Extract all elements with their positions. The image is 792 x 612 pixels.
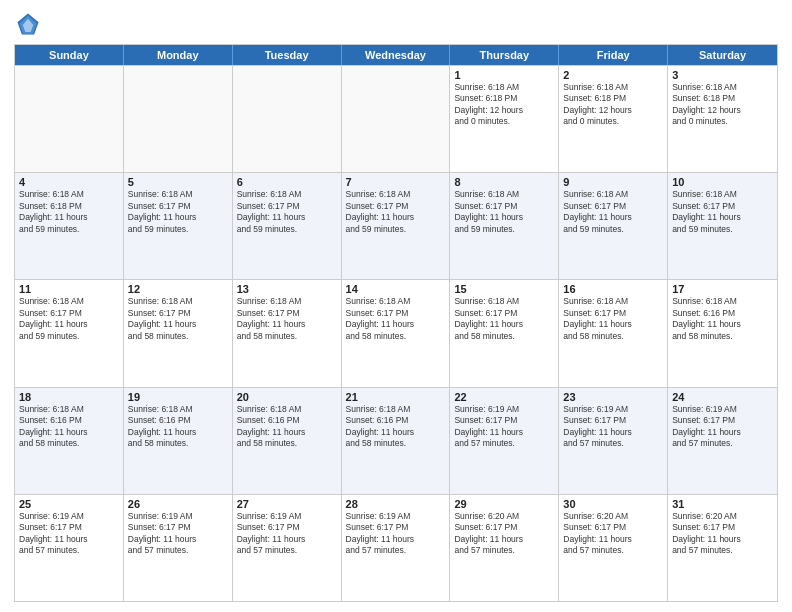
day-cell-2: 2Sunrise: 6:18 AM Sunset: 6:18 PM Daylig… <box>559 66 668 172</box>
day-info: Sunrise: 6:18 AM Sunset: 6:17 PM Dayligh… <box>237 296 337 342</box>
day-cell-31: 31Sunrise: 6:20 AM Sunset: 6:17 PM Dayli… <box>668 495 777 601</box>
day-number: 29 <box>454 498 554 510</box>
day-info: Sunrise: 6:18 AM Sunset: 6:16 PM Dayligh… <box>672 296 773 342</box>
day-cell-14: 14Sunrise: 6:18 AM Sunset: 6:17 PM Dayli… <box>342 280 451 386</box>
calendar: SundayMondayTuesdayWednesdayThursdayFrid… <box>14 44 778 602</box>
day-cell-15: 15Sunrise: 6:18 AM Sunset: 6:17 PM Dayli… <box>450 280 559 386</box>
day-info: Sunrise: 6:19 AM Sunset: 6:17 PM Dayligh… <box>563 404 663 450</box>
day-info: Sunrise: 6:19 AM Sunset: 6:17 PM Dayligh… <box>237 511 337 557</box>
day-info: Sunrise: 6:18 AM Sunset: 6:16 PM Dayligh… <box>237 404 337 450</box>
day-cell-26: 26Sunrise: 6:19 AM Sunset: 6:17 PM Dayli… <box>124 495 233 601</box>
day-number: 27 <box>237 498 337 510</box>
day-cell-28: 28Sunrise: 6:19 AM Sunset: 6:17 PM Dayli… <box>342 495 451 601</box>
header-day-saturday: Saturday <box>668 45 777 65</box>
day-number: 6 <box>237 176 337 188</box>
day-number: 21 <box>346 391 446 403</box>
day-cell-18: 18Sunrise: 6:18 AM Sunset: 6:16 PM Dayli… <box>15 388 124 494</box>
day-info: Sunrise: 6:18 AM Sunset: 6:17 PM Dayligh… <box>237 189 337 235</box>
day-number: 15 <box>454 283 554 295</box>
day-number: 31 <box>672 498 773 510</box>
day-cell-17: 17Sunrise: 6:18 AM Sunset: 6:16 PM Dayli… <box>668 280 777 386</box>
day-info: Sunrise: 6:18 AM Sunset: 6:18 PM Dayligh… <box>19 189 119 235</box>
day-number: 20 <box>237 391 337 403</box>
day-cell-24: 24Sunrise: 6:19 AM Sunset: 6:17 PM Dayli… <box>668 388 777 494</box>
day-info: Sunrise: 6:18 AM Sunset: 6:17 PM Dayligh… <box>346 189 446 235</box>
day-cell-29: 29Sunrise: 6:20 AM Sunset: 6:17 PM Dayli… <box>450 495 559 601</box>
day-cell-13: 13Sunrise: 6:18 AM Sunset: 6:17 PM Dayli… <box>233 280 342 386</box>
day-info: Sunrise: 6:19 AM Sunset: 6:17 PM Dayligh… <box>19 511 119 557</box>
day-cell-22: 22Sunrise: 6:19 AM Sunset: 6:17 PM Dayli… <box>450 388 559 494</box>
day-info: Sunrise: 6:19 AM Sunset: 6:17 PM Dayligh… <box>672 404 773 450</box>
header-day-friday: Friday <box>559 45 668 65</box>
day-number: 1 <box>454 69 554 81</box>
day-info: Sunrise: 6:18 AM Sunset: 6:17 PM Dayligh… <box>19 296 119 342</box>
day-number: 22 <box>454 391 554 403</box>
logo <box>14 10 46 38</box>
day-info: Sunrise: 6:19 AM Sunset: 6:17 PM Dayligh… <box>346 511 446 557</box>
day-number: 4 <box>19 176 119 188</box>
day-info: Sunrise: 6:18 AM Sunset: 6:17 PM Dayligh… <box>346 296 446 342</box>
day-number: 26 <box>128 498 228 510</box>
day-number: 23 <box>563 391 663 403</box>
day-info: Sunrise: 6:18 AM Sunset: 6:16 PM Dayligh… <box>128 404 228 450</box>
day-cell-10: 10Sunrise: 6:18 AM Sunset: 6:17 PM Dayli… <box>668 173 777 279</box>
day-cell-25: 25Sunrise: 6:19 AM Sunset: 6:17 PM Dayli… <box>15 495 124 601</box>
day-cell-11: 11Sunrise: 6:18 AM Sunset: 6:17 PM Dayli… <box>15 280 124 386</box>
day-cell-23: 23Sunrise: 6:19 AM Sunset: 6:17 PM Dayli… <box>559 388 668 494</box>
day-info: Sunrise: 6:18 AM Sunset: 6:17 PM Dayligh… <box>128 296 228 342</box>
day-cell-12: 12Sunrise: 6:18 AM Sunset: 6:17 PM Dayli… <box>124 280 233 386</box>
day-info: Sunrise: 6:19 AM Sunset: 6:17 PM Dayligh… <box>454 404 554 450</box>
day-number: 18 <box>19 391 119 403</box>
day-info: Sunrise: 6:20 AM Sunset: 6:17 PM Dayligh… <box>454 511 554 557</box>
day-cell-30: 30Sunrise: 6:20 AM Sunset: 6:17 PM Dayli… <box>559 495 668 601</box>
header-day-thursday: Thursday <box>450 45 559 65</box>
day-info: Sunrise: 6:18 AM Sunset: 6:16 PM Dayligh… <box>19 404 119 450</box>
calendar-week-2: 4Sunrise: 6:18 AM Sunset: 6:18 PM Daylig… <box>15 172 777 279</box>
day-cell-3: 3Sunrise: 6:18 AM Sunset: 6:18 PM Daylig… <box>668 66 777 172</box>
header-day-monday: Monday <box>124 45 233 65</box>
day-number: 30 <box>563 498 663 510</box>
day-info: Sunrise: 6:18 AM Sunset: 6:16 PM Dayligh… <box>346 404 446 450</box>
day-info: Sunrise: 6:18 AM Sunset: 6:17 PM Dayligh… <box>454 296 554 342</box>
logo-icon <box>14 10 42 38</box>
day-info: Sunrise: 6:18 AM Sunset: 6:17 PM Dayligh… <box>454 189 554 235</box>
day-info: Sunrise: 6:19 AM Sunset: 6:17 PM Dayligh… <box>128 511 228 557</box>
day-number: 17 <box>672 283 773 295</box>
day-cell-16: 16Sunrise: 6:18 AM Sunset: 6:17 PM Dayli… <box>559 280 668 386</box>
day-cell-1: 1Sunrise: 6:18 AM Sunset: 6:18 PM Daylig… <box>450 66 559 172</box>
day-number: 12 <box>128 283 228 295</box>
day-number: 2 <box>563 69 663 81</box>
day-info: Sunrise: 6:18 AM Sunset: 6:18 PM Dayligh… <box>672 82 773 128</box>
day-number: 24 <box>672 391 773 403</box>
calendar-week-3: 11Sunrise: 6:18 AM Sunset: 6:17 PM Dayli… <box>15 279 777 386</box>
day-info: Sunrise: 6:18 AM Sunset: 6:18 PM Dayligh… <box>563 82 663 128</box>
day-number: 11 <box>19 283 119 295</box>
day-cell-21: 21Sunrise: 6:18 AM Sunset: 6:16 PM Dayli… <box>342 388 451 494</box>
day-cell-7: 7Sunrise: 6:18 AM Sunset: 6:17 PM Daylig… <box>342 173 451 279</box>
calendar-week-1: 1Sunrise: 6:18 AM Sunset: 6:18 PM Daylig… <box>15 65 777 172</box>
day-number: 28 <box>346 498 446 510</box>
day-number: 9 <box>563 176 663 188</box>
day-cell-5: 5Sunrise: 6:18 AM Sunset: 6:17 PM Daylig… <box>124 173 233 279</box>
empty-cell <box>15 66 124 172</box>
day-info: Sunrise: 6:18 AM Sunset: 6:17 PM Dayligh… <box>563 189 663 235</box>
day-cell-27: 27Sunrise: 6:19 AM Sunset: 6:17 PM Dayli… <box>233 495 342 601</box>
day-number: 13 <box>237 283 337 295</box>
day-info: Sunrise: 6:18 AM Sunset: 6:18 PM Dayligh… <box>454 82 554 128</box>
day-number: 7 <box>346 176 446 188</box>
day-info: Sunrise: 6:20 AM Sunset: 6:17 PM Dayligh… <box>563 511 663 557</box>
page: SundayMondayTuesdayWednesdayThursdayFrid… <box>0 0 792 612</box>
day-cell-8: 8Sunrise: 6:18 AM Sunset: 6:17 PM Daylig… <box>450 173 559 279</box>
day-cell-19: 19Sunrise: 6:18 AM Sunset: 6:16 PM Dayli… <box>124 388 233 494</box>
day-info: Sunrise: 6:18 AM Sunset: 6:17 PM Dayligh… <box>563 296 663 342</box>
header <box>14 10 778 38</box>
empty-cell <box>124 66 233 172</box>
day-cell-9: 9Sunrise: 6:18 AM Sunset: 6:17 PM Daylig… <box>559 173 668 279</box>
day-number: 25 <box>19 498 119 510</box>
empty-cell <box>233 66 342 172</box>
day-cell-6: 6Sunrise: 6:18 AM Sunset: 6:17 PM Daylig… <box>233 173 342 279</box>
day-number: 10 <box>672 176 773 188</box>
day-info: Sunrise: 6:20 AM Sunset: 6:17 PM Dayligh… <box>672 511 773 557</box>
day-number: 3 <box>672 69 773 81</box>
empty-cell <box>342 66 451 172</box>
